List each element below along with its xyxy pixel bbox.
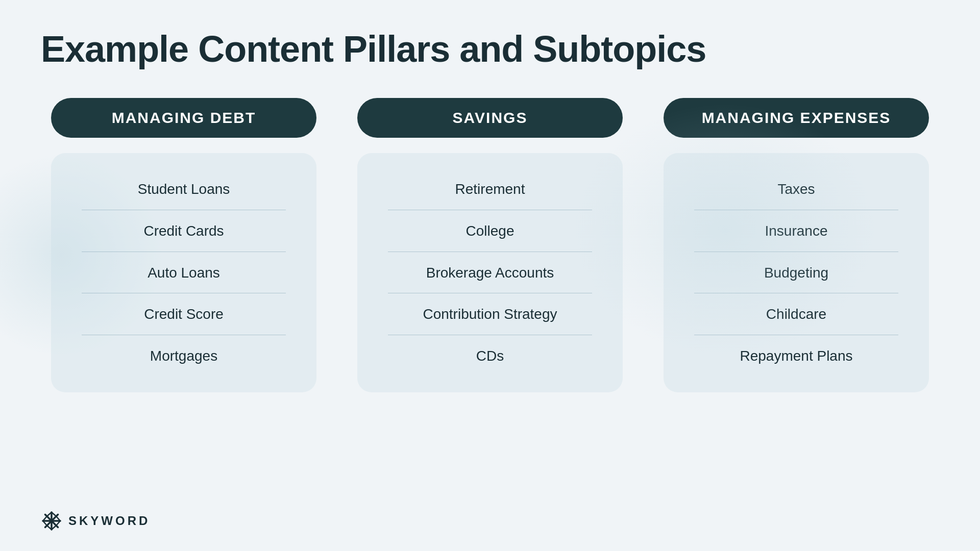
list-item: Budgeting bbox=[684, 252, 909, 294]
footer: SKYWORD bbox=[41, 510, 150, 532]
pillar-header-text-managing-expenses: MANAGING EXPENSES bbox=[702, 109, 891, 126]
list-item: Insurance bbox=[684, 210, 909, 252]
subtopic-label: Brokerage Accounts bbox=[426, 265, 554, 281]
list-item: Childcare bbox=[684, 293, 909, 335]
logo-icon bbox=[41, 510, 62, 532]
list-item: Repayment Plans bbox=[684, 335, 909, 377]
subtopic-label: Student Loans bbox=[138, 181, 230, 197]
pillar-managing-debt: MANAGING DEBTStudent LoansCredit CardsAu… bbox=[51, 98, 316, 392]
list-item: Retirement bbox=[378, 168, 602, 210]
list-item: Mortgages bbox=[71, 335, 296, 377]
subtopic-label: Childcare bbox=[766, 306, 826, 322]
pillar-header-managing-debt: MANAGING DEBT bbox=[51, 98, 316, 138]
subtopic-label: Taxes bbox=[777, 181, 815, 197]
subtopic-label: Auto Loans bbox=[148, 265, 220, 281]
list-item: Student Loans bbox=[71, 168, 296, 210]
list-item: Auto Loans bbox=[71, 252, 296, 294]
pillar-header-text-managing-debt: MANAGING DEBT bbox=[112, 109, 256, 126]
subtopic-label: CDs bbox=[476, 348, 504, 364]
page-title: Example Content Pillars and Subtopics bbox=[41, 28, 939, 70]
list-item: College bbox=[378, 210, 602, 252]
subtopic-label: Retirement bbox=[455, 181, 525, 197]
subtopic-label: Mortgages bbox=[150, 348, 217, 364]
list-item: Contribution Strategy bbox=[378, 293, 602, 335]
subtopic-label: Credit Score bbox=[144, 306, 224, 322]
list-item: Brokerage Accounts bbox=[378, 252, 602, 294]
page: Example Content Pillars and Subtopics MA… bbox=[0, 0, 980, 551]
list-item: Taxes bbox=[684, 168, 909, 210]
subtopic-label: Contribution Strategy bbox=[423, 306, 557, 322]
pillar-card-savings: RetirementCollegeBrokerage AccountsContr… bbox=[357, 153, 623, 392]
pillar-header-managing-expenses: MANAGING EXPENSES bbox=[664, 98, 929, 138]
pillars-container: MANAGING DEBTStudent LoansCredit CardsAu… bbox=[41, 98, 939, 392]
subtopic-label: Repayment Plans bbox=[740, 348, 852, 364]
pillar-card-managing-debt: Student LoansCredit CardsAuto LoansCredi… bbox=[51, 153, 316, 392]
pillar-managing-expenses: MANAGING EXPENSESTaxesInsuranceBudgeting… bbox=[664, 98, 929, 392]
subtopic-label: Budgeting bbox=[764, 265, 828, 281]
subtopic-label: College bbox=[466, 223, 514, 239]
pillar-card-managing-expenses: TaxesInsuranceBudgetingChildcareRepaymen… bbox=[664, 153, 929, 392]
pillar-header-savings: SAVINGS bbox=[357, 98, 623, 138]
subtopic-label: Credit Cards bbox=[143, 223, 224, 239]
list-item: CDs bbox=[378, 335, 602, 377]
pillar-savings: SAVINGSRetirementCollegeBrokerage Accoun… bbox=[357, 98, 623, 392]
subtopic-label: Insurance bbox=[765, 223, 828, 239]
list-item: Credit Score bbox=[71, 293, 296, 335]
logo-text: SKYWORD bbox=[68, 514, 150, 528]
list-item: Credit Cards bbox=[71, 210, 296, 252]
pillar-header-text-savings: SAVINGS bbox=[453, 109, 528, 126]
